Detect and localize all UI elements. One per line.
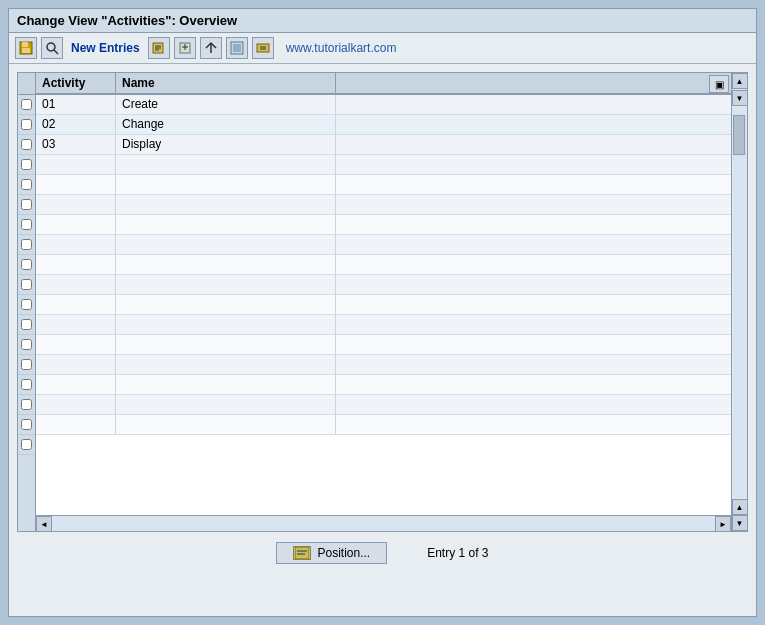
row-checkbox-14[interactable] [21,359,32,370]
table-row[interactable] [36,255,731,275]
row-checkbox-6[interactable] [21,199,32,210]
scroll-left-button[interactable]: ◄ [36,516,52,531]
row-checkbox-9[interactable] [21,259,32,270]
row-selector-16[interactable] [18,395,35,415]
row-checkbox-11[interactable] [21,299,32,310]
table-body: 01 Create 02 Change 03 Display [36,95,731,515]
row-selector-8[interactable] [18,235,35,255]
row-checkbox-3[interactable] [21,139,32,150]
horiz-scroll-track[interactable] [52,516,715,531]
toolbar-btn-3[interactable] [200,37,222,59]
table-row[interactable] [36,275,731,295]
row-selector-10[interactable] [18,275,35,295]
row-checkbox-18[interactable] [21,439,32,450]
table-main: Activity Name ▣ 01 Create 02 Change [36,73,731,531]
scroll-thumb[interactable] [733,115,745,155]
row-checkbox-17[interactable] [21,419,32,430]
table-row[interactable] [36,375,731,395]
col-header-name: Name [116,73,336,93]
table-row[interactable] [36,295,731,315]
row-selector-11[interactable] [18,295,35,315]
table-row[interactable] [36,195,731,215]
empty-cell [116,295,336,314]
empty-cell [36,315,116,334]
scroll-down-button[interactable]: ▼ [732,90,748,106]
scroll-down-end-button[interactable]: ▼ [732,515,748,531]
row-selector-13[interactable] [18,335,35,355]
empty-cell [36,195,116,214]
svg-rect-15 [257,44,269,52]
row-checkbox-8[interactable] [21,239,32,250]
empty-cell [116,175,336,194]
empty-cell [116,415,336,434]
row-selectors [18,73,36,531]
cell-activity-1: 01 [36,95,116,114]
toolbar-btn-1[interactable] [148,37,170,59]
svg-point-3 [47,43,55,51]
empty-cell [36,275,116,294]
scroll-up-button[interactable]: ▲ [732,73,748,89]
svg-rect-14 [233,44,241,52]
row-selector-12[interactable] [18,315,35,335]
row-selector-6[interactable] [18,195,35,215]
toolbar-btn-4[interactable] [226,37,248,59]
table-row[interactable] [36,355,731,375]
empty-cell [36,355,116,374]
expand-cols-button[interactable]: ▣ [709,75,729,93]
table-row[interactable] [36,415,731,435]
empty-cell [116,395,336,414]
window-title: Change View "Activities": Overview [17,13,237,28]
svg-rect-1 [22,42,28,47]
toolbar-btn-5[interactable] [252,37,274,59]
empty-cell [116,315,336,334]
row-selector-5[interactable] [18,175,35,195]
content-area: Activity Name ▣ 01 Create 02 Change [9,64,756,616]
row-selector-14[interactable] [18,355,35,375]
table-row[interactable] [36,155,731,175]
table-row[interactable] [36,395,731,415]
row-checkbox-7[interactable] [21,219,32,230]
row-checkbox-12[interactable] [21,319,32,330]
position-icon [293,546,311,560]
row-selector-1[interactable] [18,95,35,115]
table-row[interactable] [36,315,731,335]
table-row[interactable] [36,235,731,255]
row-selector-15[interactable] [18,375,35,395]
row-selector-2[interactable] [18,115,35,135]
row-checkbox-15[interactable] [21,379,32,390]
table-row[interactable]: 02 Change [36,115,731,135]
table-row[interactable] [36,215,731,235]
row-selector-9[interactable] [18,255,35,275]
row-checkbox-13[interactable] [21,339,32,350]
row-checkbox-16[interactable] [21,399,32,410]
row-checkbox-4[interactable] [21,159,32,170]
scroll-up-end-button[interactable]: ▲ [732,499,748,515]
toolbar-btn-search[interactable] [41,37,63,59]
toolbar-btn-2[interactable] [174,37,196,59]
row-selector-17[interactable] [18,415,35,435]
row-checkbox-10[interactable] [21,279,32,290]
table-row[interactable] [36,335,731,355]
table-row[interactable]: 03 Display [36,135,731,155]
empty-cell [36,395,116,414]
row-selector-3[interactable] [18,135,35,155]
toolbar: New Entries [9,33,756,64]
toolbar-btn-save[interactable] [15,37,37,59]
row-selector-18[interactable] [18,435,35,455]
table-header: Activity Name ▣ [36,73,731,95]
row-checkbox-2[interactable] [21,119,32,130]
scroll-right-button[interactable]: ► [715,516,731,531]
new-entries-button[interactable]: New Entries [71,41,140,55]
empty-cell [36,415,116,434]
row-selector-7[interactable] [18,215,35,235]
row-checkbox-1[interactable] [21,99,32,110]
table-row[interactable] [36,175,731,195]
cell-name-1: Create [116,95,336,114]
table-row[interactable]: 01 Create [36,95,731,115]
main-window: Change View "Activities": Overview New E… [8,8,757,617]
position-button[interactable]: Position... [276,542,387,564]
empty-cell [116,155,336,174]
vertical-scroll-track[interactable] [733,107,747,498]
row-selector-4[interactable] [18,155,35,175]
row-checkbox-5[interactable] [21,179,32,190]
